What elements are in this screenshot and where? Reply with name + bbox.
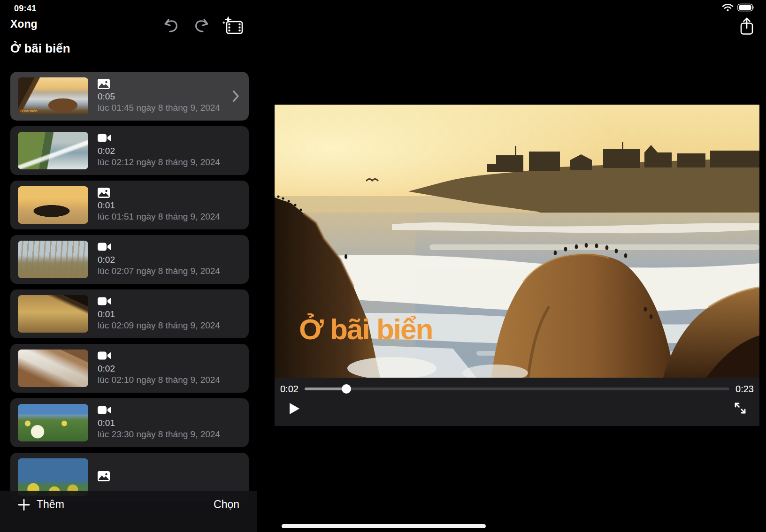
project-title: Ở bãi biển xyxy=(10,41,70,56)
clip-meta: 0:02 lúc 02:10 ngày 8 tháng 9, 2024 xyxy=(98,351,220,386)
sidebar-footer: Thêm Chọn xyxy=(0,491,257,532)
status-time: 09:41 xyxy=(14,4,37,14)
clip-duration: 0:02 xyxy=(98,145,220,157)
video-camera-icon xyxy=(98,242,220,253)
share-button[interactable] xyxy=(739,17,755,37)
clip-row[interactable]: 0:01 lúc 02:09 ngày 8 tháng 9, 2024 xyxy=(10,289,249,338)
clip-date: lúc 23:30 ngày 8 tháng 9, 2024 xyxy=(98,429,220,440)
chevron-right-icon xyxy=(232,90,239,102)
play-icon xyxy=(289,403,300,415)
clip-meta: 0:01 lúc 02:09 ngày 8 tháng 9, 2024 xyxy=(98,296,220,331)
clip-date: lúc 01:51 ngày 8 tháng 9, 2024 xyxy=(98,211,220,222)
clip-duration: 0:05 xyxy=(98,91,220,102)
total-time-label: 0:23 xyxy=(734,384,754,395)
play-button[interactable] xyxy=(289,403,300,416)
scrubber-track[interactable] xyxy=(305,388,729,390)
photo-icon xyxy=(98,79,110,89)
undo-button[interactable] xyxy=(162,18,180,35)
clip-duration: 0:01 xyxy=(98,200,220,211)
video-camera-icon xyxy=(98,133,112,143)
undo-icon xyxy=(162,18,180,34)
redo-icon xyxy=(192,18,210,34)
clip-date: lúc 01:45 ngày 8 tháng 9, 2024 xyxy=(98,102,220,114)
video-title-overlay: Ở bãi biển xyxy=(299,313,432,345)
clip-meta: 0:05 lúc 01:45 ngày 8 tháng 9, 2024 xyxy=(98,79,220,114)
battery-icon xyxy=(737,3,755,12)
expand-arrows-icon xyxy=(734,402,746,414)
clip-meta: 0:02 lúc 02:07 ngày 8 tháng 9, 2024 xyxy=(98,242,220,277)
clip-meta: 0:01 lúc 23:30 ngày 8 tháng 9, 2024 xyxy=(98,405,220,440)
video-camera-icon xyxy=(98,405,220,417)
video-camera-icon xyxy=(98,351,220,362)
clip-duration: 0:01 xyxy=(98,309,220,320)
clip-row[interactable]: 0:02 lúc 02:10 ngày 8 tháng 9, 2024 xyxy=(10,344,249,393)
magic-movie-button[interactable] xyxy=(222,16,244,37)
clip-row[interactable]: 0:01 lúc 01:51 ngày 8 tháng 9, 2024 xyxy=(10,181,249,229)
clip-meta: 0:01 lúc 01:51 ngày 8 tháng 9, 2024 xyxy=(98,188,220,222)
clip-row[interactable]: 0:01 lúc 23:30 ngày 8 tháng 9, 2024 xyxy=(10,398,249,447)
photo-icon xyxy=(98,188,220,199)
video-camera-icon xyxy=(98,296,112,306)
scrubber-row: 0:02 0:23 xyxy=(275,381,759,396)
clip-duration: 0:02 xyxy=(98,254,220,266)
redo-button[interactable] xyxy=(192,18,210,35)
magic-filmstrip-icon xyxy=(222,16,244,36)
clip-thumbnail xyxy=(18,186,88,224)
home-indicator[interactable] xyxy=(282,524,486,528)
photo-icon xyxy=(98,79,220,90)
clip-meta xyxy=(98,471,110,483)
video-camera-icon xyxy=(98,351,112,360)
clip-date: lúc 02:10 ngày 8 tháng 9, 2024 xyxy=(98,374,220,386)
clip-date: lúc 02:07 ngày 8 tháng 9, 2024 xyxy=(98,266,220,277)
fullscreen-button[interactable] xyxy=(734,402,746,416)
clip-thumbnail xyxy=(18,132,88,169)
clip-thumbnail xyxy=(18,241,88,278)
status-icons xyxy=(722,3,755,12)
plus-icon xyxy=(18,499,30,511)
video-preview[interactable]: Ở bãi biển xyxy=(275,105,759,378)
video-camera-icon xyxy=(98,133,220,144)
thumbnail-title-overlay: Ở bãi biển xyxy=(20,109,37,113)
scrubber-thumb[interactable] xyxy=(342,384,351,394)
clip-duration: 0:02 xyxy=(98,363,220,374)
clip-thumbnail xyxy=(18,458,88,496)
photo-icon xyxy=(98,471,110,482)
clip-list: Ở bãi biển 0:05 lúc 01:45 ngày 8 tháng 9… xyxy=(0,72,257,532)
clip-thumbnail xyxy=(18,350,88,387)
player-controls: 0:02 0:23 xyxy=(275,378,759,426)
clip-meta: 0:02 lúc 02:12 ngày 8 tháng 9, 2024 xyxy=(98,133,220,168)
add-clip-button[interactable]: Thêm xyxy=(18,498,64,511)
clip-thumbnail xyxy=(18,404,88,441)
clip-date: lúc 02:12 ngày 8 tháng 9, 2024 xyxy=(98,157,220,168)
add-clip-label: Thêm xyxy=(37,498,64,511)
video-camera-icon xyxy=(98,296,220,308)
video-camera-icon xyxy=(98,242,112,251)
select-button[interactable]: Chọn xyxy=(214,498,239,511)
clip-thumbnail xyxy=(18,295,88,333)
photo-icon xyxy=(98,188,110,198)
scrubber-fill xyxy=(305,388,346,390)
clip-row[interactable]: 0:02 lúc 02:07 ngày 8 tháng 9, 2024 xyxy=(10,235,249,284)
project-sidebar: 09:41 Xong xyxy=(0,0,257,532)
clip-date: lúc 02:09 ngày 8 tháng 9, 2024 xyxy=(98,320,220,331)
share-icon xyxy=(739,17,755,36)
wifi-icon xyxy=(722,3,734,12)
clip-row[interactable]: Ở bãi biển 0:05 lúc 01:45 ngày 8 tháng 9… xyxy=(10,72,249,121)
clip-thumbnail: Ở bãi biển xyxy=(18,77,88,115)
done-button[interactable]: Xong xyxy=(10,18,38,30)
clip-duration: 0:01 xyxy=(98,418,220,429)
photo-icon xyxy=(98,471,110,481)
video-camera-icon xyxy=(98,405,112,415)
clip-row[interactable]: 0:02 lúc 02:12 ngày 8 tháng 9, 2024 xyxy=(10,126,249,175)
current-time-label: 0:02 xyxy=(280,384,300,395)
